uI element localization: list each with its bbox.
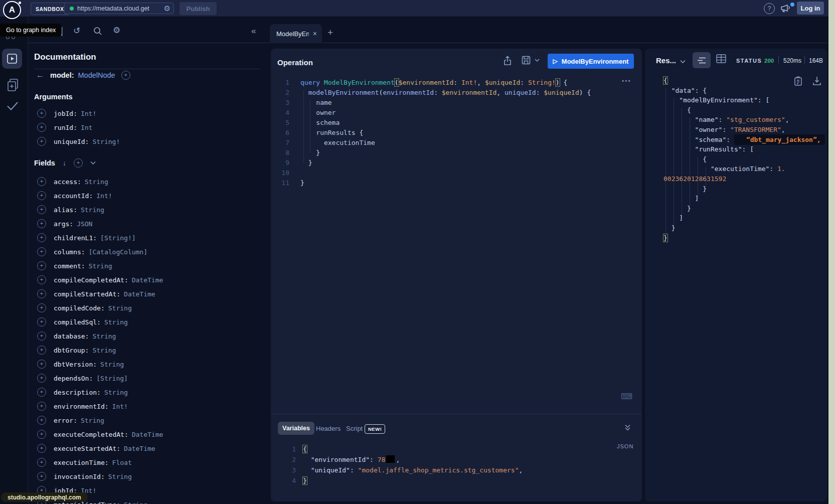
field-type[interactable]: DateTime (132, 276, 163, 284)
doc-type-name-link[interactable]: ModelNode (78, 71, 115, 79)
operation-editor[interactable]: 1query ModelByEnvironment($environmentId… (273, 78, 591, 188)
field-type[interactable]: Int (81, 124, 92, 131)
field-type[interactable]: String (81, 417, 104, 424)
back-arrow-icon[interactable]: ← (36, 71, 44, 80)
save-operation-icon[interactable] (522, 56, 531, 65)
field-type[interactable]: String (92, 347, 116, 354)
save-options-chevron-icon[interactable] (535, 59, 540, 62)
doc-field-row[interactable]: +compiledSql:String (28, 315, 258, 329)
field-type[interactable]: Float (112, 459, 132, 466)
add-field-button[interactable]: + (37, 289, 46, 298)
doc-field-row[interactable]: +jobId:Int! (28, 106, 258, 120)
doc-field-row[interactable]: +accountId:Int! (28, 189, 258, 203)
doc-field-row[interactable]: +comment:String (28, 259, 258, 273)
add-field-button[interactable]: + (37, 303, 46, 312)
field-type[interactable]: [CatalogColumn] (89, 248, 147, 256)
add-field-button[interactable]: + (37, 458, 46, 467)
endpoint-url-text[interactable]: https://metadata.cloud.get (77, 5, 162, 12)
login-button[interactable]: Log in (797, 2, 824, 15)
add-field-button[interactable]: + (37, 205, 46, 214)
add-field-button[interactable]: + (37, 247, 46, 256)
field-type[interactable]: String (89, 262, 112, 270)
doc-field-row[interactable]: +executeCompletedAt:DateTime (28, 427, 258, 441)
help-icon[interactable]: ? (764, 3, 775, 14)
add-field-button[interactable]: + (37, 275, 46, 284)
doc-field-row[interactable]: +compileStartedAt:DateTime (28, 287, 258, 301)
sidebar-item-explorer[interactable] (2, 49, 22, 69)
tab-variables[interactable]: Variables (278, 422, 314, 435)
add-field-button[interactable]: + (37, 416, 46, 425)
connection-settings-gear-icon[interactable]: ⚙ (164, 4, 171, 13)
operation-menu-button[interactable]: ••• (622, 78, 631, 85)
doc-field-row[interactable]: +dependsOn:[String] (28, 371, 258, 385)
doc-field-row[interactable]: +executionTime:Float (28, 455, 258, 469)
doc-field-row[interactable]: +runId:Int (28, 120, 258, 134)
collapse-docs-button[interactable]: « (251, 26, 256, 36)
chevron-down-icon[interactable] (90, 161, 96, 165)
tab-script[interactable]: Script (346, 425, 363, 432)
keyboard-shortcuts-icon[interactable]: ⌨ (621, 392, 632, 401)
add-field-button[interactable]: + (37, 191, 46, 200)
operation-tab[interactable]: ModelByEnvi... × (270, 24, 322, 43)
response-table-view-button[interactable] (716, 54, 726, 63)
add-field-button[interactable]: + (37, 177, 46, 186)
collapse-variables-chevrons-icon[interactable] (624, 424, 631, 431)
apollo-logo[interactable]: A (3, 1, 21, 19)
add-field-button[interactable]: + (37, 137, 46, 146)
sidebar-item-collections[interactable] (7, 78, 20, 92)
add-field-button[interactable]: + (37, 374, 46, 383)
field-type[interactable]: String (108, 473, 132, 480)
field-type[interactable]: Int! (112, 403, 128, 410)
publish-button[interactable]: Publish (180, 2, 217, 15)
field-type[interactable]: Int! (81, 110, 96, 117)
doc-field-row[interactable]: +access:String (28, 175, 258, 189)
announcements-megaphone-icon[interactable] (780, 3, 791, 13)
add-field-button[interactable]: + (37, 109, 46, 118)
doc-field-row[interactable]: +uniqueId:String! (28, 134, 258, 148)
field-type[interactable]: String (81, 206, 104, 214)
field-type[interactable]: String (104, 389, 128, 396)
add-field-button[interactable]: + (37, 261, 46, 270)
add-field-button[interactable]: + (37, 317, 46, 326)
doc-field-row[interactable]: +dbtVersion:String (28, 357, 258, 371)
field-type[interactable]: String (92, 332, 116, 340)
doc-field-row[interactable]: +compiledCode:String (28, 301, 258, 315)
field-type[interactable]: [String!] (100, 234, 135, 242)
add-field-button[interactable]: + (37, 360, 46, 369)
add-field-button[interactable]: + (37, 331, 46, 341)
add-field-button[interactable]: + (37, 233, 46, 242)
doc-field-row[interactable]: +compileCompletedAt:DateTime (28, 273, 258, 287)
doc-field-row[interactable]: +invocationId:String (28, 469, 258, 483)
field-type[interactable]: DateTime (124, 290, 155, 298)
sidebar-item-checklist[interactable] (6, 100, 19, 111)
new-tab-button[interactable]: + (327, 27, 333, 38)
doc-field-row[interactable]: +environmentId:Int! (28, 399, 258, 413)
doc-field-row[interactable]: +childrenL1:[String!] (28, 231, 258, 245)
field-type[interactable]: DateTime (132, 431, 163, 438)
field-type[interactable]: [String] (96, 375, 128, 382)
add-field-button[interactable]: + (37, 430, 46, 439)
doc-field-row[interactable]: +columns:[CatalogColumn] (28, 245, 258, 259)
doc-field-row[interactable]: +args:JSON (28, 217, 258, 231)
add-field-button[interactable]: + (37, 219, 46, 228)
close-tab-icon[interactable]: × (313, 30, 317, 38)
field-type[interactable]: String (85, 178, 108, 186)
share-operation-icon[interactable] (503, 56, 512, 66)
search-icon[interactable] (93, 27, 102, 36)
field-type[interactable]: String (108, 304, 132, 312)
doc-field-row[interactable]: +alias:String (28, 203, 258, 217)
variables-editor[interactable]: 1{2 "environmentId": 78,3 "uniqueId": "m… (281, 444, 523, 486)
field-type[interactable]: Int! (96, 192, 112, 200)
response-dropdown-chevron-icon[interactable] (680, 60, 686, 64)
run-operation-button[interactable]: ▷ ModelByEnvironment (548, 54, 634, 69)
add-field-button[interactable]: + (37, 472, 46, 481)
sort-fields-icon[interactable]: ↓ (63, 159, 66, 167)
field-type[interactable]: String! (92, 138, 120, 145)
add-all-fields-button[interactable]: + (74, 158, 83, 167)
doc-field-row[interactable]: +error:String (28, 413, 258, 427)
add-type-button[interactable]: + (121, 71, 130, 80)
history-icon[interactable]: ↺ (73, 26, 80, 36)
field-type[interactable]: DateTime (124, 445, 155, 452)
doc-field-row[interactable]: +dbtGroup:String (28, 343, 258, 357)
field-type[interactable]: String (124, 501, 147, 504)
